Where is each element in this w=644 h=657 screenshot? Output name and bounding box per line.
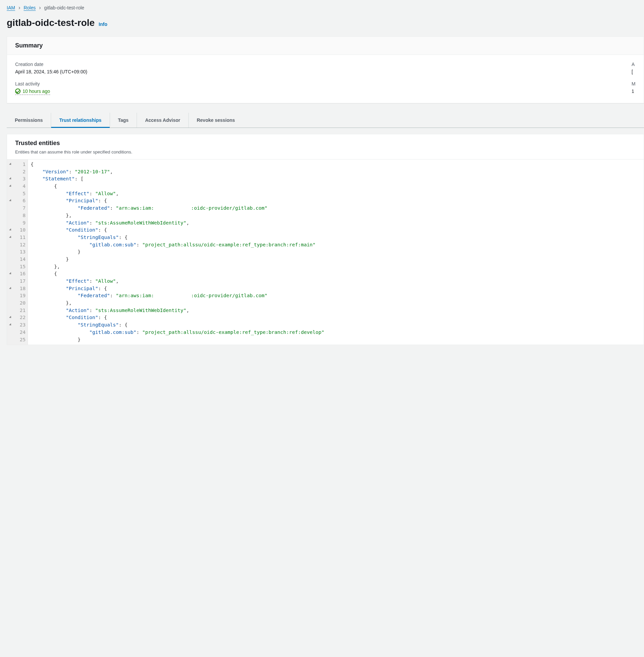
fold-toggle-icon[interactable] — [9, 316, 12, 319]
max-session-label-partial: M — [631, 81, 636, 87]
summary-title: Summary — [15, 42, 636, 49]
code-line[interactable]: "Statement": [ — [31, 175, 644, 183]
info-link[interactable]: Info — [98, 22, 107, 27]
gutter-line: 3 — [10, 175, 26, 183]
summary-panel: Summary Creation date April 18, 2024, 15… — [7, 36, 644, 103]
code-content[interactable]: { "Version": "2012-10-17", "Statement": … — [28, 160, 644, 345]
tabs-row: Permissions Trust relationships Tags Acc… — [7, 113, 644, 128]
code-line[interactable]: } — [31, 336, 644, 344]
code-line[interactable]: "Version": "2012-10-17", — [31, 168, 644, 176]
gutter-line: 20 — [10, 299, 26, 307]
breadcrumb-iam-link[interactable]: IAM — [7, 5, 15, 10]
summary-body: Creation date April 18, 2024, 15:46 (UTC… — [7, 55, 644, 103]
gutter-line: 13 — [10, 248, 26, 256]
fold-toggle-icon[interactable] — [9, 199, 12, 202]
last-activity-value[interactable]: 10 hours ago — [15, 89, 50, 95]
gutter-line: 17 — [10, 278, 26, 285]
fold-toggle-icon[interactable] — [9, 229, 12, 231]
code-line[interactable]: { — [31, 183, 644, 190]
breadcrumb-roles-link[interactable]: Roles — [24, 5, 36, 10]
gutter-line: 4 — [10, 183, 26, 190]
fold-toggle-icon[interactable] — [9, 287, 12, 290]
code-line[interactable]: "gitlab.com:sub": "project_path:allssu/o… — [31, 241, 644, 249]
gutter-line: 22 — [10, 314, 26, 321]
gutter-line: 21 — [10, 307, 26, 314]
code-line[interactable]: { — [31, 161, 644, 168]
tab-revoke-sessions[interactable]: Revoke sessions — [189, 113, 243, 128]
tab-trust-relationships[interactable]: Trust relationships — [51, 113, 110, 128]
summary-header: Summary — [7, 37, 644, 55]
code-line[interactable]: "Federated": "arn:aws:iam:x:oidc-provide… — [31, 205, 644, 212]
code-line[interactable]: "gitlab.com:sub": "project_path:allssu/o… — [31, 329, 644, 336]
gutter-line: 14 — [10, 256, 26, 263]
arn-value-partial: [ — [631, 69, 636, 74]
breadcrumb-current: gitlab-oidc-test-role — [44, 5, 84, 10]
code-line[interactable]: "StringEquals": { — [31, 234, 644, 241]
policy-code-editor[interactable]: 1234567891011121314151617181920212223242… — [7, 159, 644, 345]
gutter-line: 19 — [10, 292, 26, 299]
code-line[interactable]: "Condition": { — [31, 314, 644, 321]
gutter-line: 9 — [10, 220, 26, 227]
gutter-line: 6 — [10, 197, 26, 205]
code-line[interactable]: "Federated": "arn:aws:iam:x:oidc-provide… — [31, 292, 644, 299]
fold-toggle-icon[interactable] — [9, 184, 12, 187]
gutter-line: 25 — [10, 336, 26, 344]
max-session-value-partial: 1 — [631, 89, 636, 94]
creation-date-value: April 18, 2024, 15:46 (UTC+09:00) — [15, 69, 612, 74]
code-line[interactable]: }, — [31, 263, 644, 271]
gutter-line: 23 — [10, 321, 26, 329]
code-line[interactable]: "Action": "sts:AssumeRoleWithWebIdentity… — [31, 307, 644, 314]
gutter-line: 24 — [10, 329, 26, 336]
gutter-line: 2 — [10, 168, 26, 176]
code-line[interactable]: } — [31, 256, 644, 263]
last-activity-label: Last activity — [15, 81, 612, 87]
code-line[interactable]: "Effect": "Allow", — [31, 190, 644, 198]
code-line[interactable]: } — [31, 248, 644, 256]
check-circle-icon — [15, 89, 21, 94]
gutter-line: 8 — [10, 212, 26, 220]
tab-access-advisor[interactable]: Access Advisor — [137, 113, 189, 128]
code-line[interactable]: "Effect": "Allow", — [31, 278, 644, 285]
code-line[interactable]: "Principal": { — [31, 197, 644, 205]
trusted-entities-panel: Trusted entities Entities that can assum… — [7, 134, 644, 345]
gutter-line: 5 — [10, 190, 26, 198]
fold-toggle-icon[interactable] — [9, 177, 12, 180]
fold-toggle-icon[interactable] — [9, 272, 12, 275]
trusted-entities-header: Trusted entities Entities that can assum… — [7, 134, 644, 159]
gutter-line: 11 — [10, 234, 26, 241]
fold-toggle-icon[interactable] — [9, 163, 12, 165]
chevron-right-icon: › — [39, 5, 41, 11]
tab-tags[interactable]: Tags — [110, 113, 137, 128]
gutter-line: 1 — [10, 161, 26, 168]
code-line[interactable]: "Principal": { — [31, 285, 644, 293]
code-line[interactable]: "Action": "sts:AssumeRoleWithWebIdentity… — [31, 220, 644, 227]
arn-label-partial: A — [631, 62, 636, 67]
gutter-line: 16 — [10, 270, 26, 278]
breadcrumb: IAM › Roles › gitlab-oidc-test-role — [7, 3, 644, 15]
fold-toggle-icon[interactable] — [9, 323, 12, 326]
code-line[interactable]: "StringEquals": { — [31, 321, 644, 329]
gutter-line: 15 — [10, 263, 26, 271]
gutter-line: 10 — [10, 227, 26, 234]
code-line[interactable]: }, — [31, 299, 644, 307]
tab-permissions[interactable]: Permissions — [7, 113, 51, 128]
trusted-entities-subtitle: Entities that can assume this role under… — [15, 150, 636, 155]
last-activity-text: 10 hours ago — [23, 89, 50, 94]
code-line[interactable]: "Condition": { — [31, 227, 644, 234]
chevron-right-icon: › — [19, 5, 20, 11]
gutter-line: 18 — [10, 285, 26, 293]
page-title: gitlab-oidc-test-role — [7, 18, 95, 28]
gutter-line: 12 — [10, 241, 26, 249]
page-heading: gitlab-oidc-test-role Info — [7, 18, 644, 28]
trusted-entities-title: Trusted entities — [15, 140, 636, 147]
code-line[interactable]: { — [31, 270, 644, 278]
code-gutter: 1234567891011121314151617181920212223242… — [7, 160, 28, 345]
creation-date-label: Creation date — [15, 62, 612, 67]
fold-toggle-icon[interactable] — [9, 235, 12, 239]
gutter-line: 7 — [10, 205, 26, 212]
code-line[interactable]: }, — [31, 212, 644, 220]
